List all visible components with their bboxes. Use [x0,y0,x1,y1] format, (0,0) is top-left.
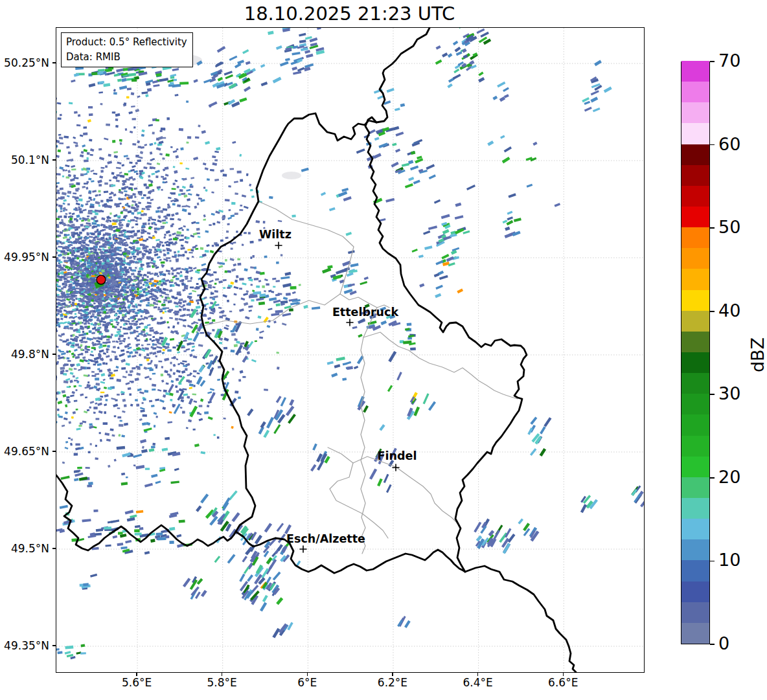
colorbar-segment [681,207,709,228]
colorbar-segment [681,123,709,144]
colorbar-segment [681,82,709,103]
colorbar-tick-label: 70 [718,52,740,69]
colorbar-tick-mark [710,561,715,562]
y-tick-label: 49.5°N [0,542,49,555]
x-tick-label: 6.2°E [378,676,407,689]
colorbar-tick-mark [710,144,715,146]
colorbar-tick-label: 0 [718,635,729,652]
y-tick-mark [52,159,56,160]
colorbar-tick-mark [710,477,715,479]
colorbar-segment [681,61,709,82]
colorbar-tick-label: 20 [718,468,740,486]
x-tick-mark [307,673,308,676]
x-tick-mark [477,673,478,676]
y-tick-label: 49.35°N [0,639,49,652]
colorbar-segment [681,602,709,623]
colorbar-tick-mark [710,644,715,645]
y-tick-mark [52,451,56,451]
y-tick-mark [52,548,56,548]
colorbar-segment [681,248,709,269]
map-plot-area: WiltzEttelbruckFindelEsch/Alzette Produc… [56,27,645,673]
x-tick-mark [136,673,137,676]
colorbar-segment [681,310,709,332]
colorbar-segment [681,227,709,249]
colorbar-segment [681,394,709,415]
colorbar-tick-mark [710,61,715,62]
colorbar-segment [681,331,709,352]
x-tick-label: 6.4°E [463,676,492,689]
colorbar-tick-label: 50 [718,219,740,236]
colorbar-segment [681,435,709,457]
y-tick-label: 50.25°N [0,56,49,69]
product-line: Product: 0.5° Reflectivity [66,35,187,50]
radar-clutter-field [56,80,301,479]
colorbar-segment [681,414,709,436]
colorbar-tick-mark [710,311,715,312]
city-label: Findel [378,449,417,462]
x-tick-mark [563,673,564,676]
district-borders [203,201,518,554]
colorbar-segment [681,456,709,477]
x-tick-mark [392,673,393,676]
y-tick-label: 49.8°N [0,348,49,361]
x-tick-label: 6°E [297,676,317,689]
colorbar-tick-mark [710,227,715,229]
colorbar-tick-label: 30 [718,385,740,403]
colorbar-segment [681,352,709,374]
data-source-line: Data: RMIB [66,50,187,65]
colorbar: 010203040506070 dBZ [681,62,767,644]
x-tick-mark [222,673,222,676]
colorbar-scale [681,62,710,644]
colorbar-segment [681,144,709,165]
colorbar-segment [681,185,709,207]
y-tick-label: 49.95°N [0,251,49,264]
figure-title: 18.10.2025 21:23 UTC [56,3,643,25]
colorbar-segment [681,519,709,540]
colorbar-tick-label: 60 [718,135,740,153]
y-tick-label: 50.1°N [0,153,49,166]
y-tick-mark [52,62,56,63]
y-tick-mark [52,354,56,354]
faint-echo-patches [168,54,301,179]
x-tick-label: 6.6°E [548,676,578,689]
colorbar-segment [681,289,709,311]
colorbar-tick-mark [710,394,715,395]
colorbar-segment [681,622,709,644]
x-tick-label: 5.8°E [207,676,237,689]
city-label: Wiltz [259,228,292,241]
colorbar-unit-label: dBZ [748,337,767,372]
radar-figure: 18.10.2025 21:23 UTC WiltzEttelbruckFind… [0,0,767,700]
y-tick-mark [52,645,56,646]
product-info-box: Product: 0.5° Reflectivity Data: RMIB [61,32,193,67]
x-tick-label: 5.6°E [122,676,152,689]
colorbar-segment [681,539,709,561]
colorbar-segment [681,164,709,186]
colorbar-segment [681,581,709,602]
city-label: Ettelbruck [332,306,399,319]
colorbar-tick-label: 10 [718,552,740,569]
radar-map-canvas: WiltzEttelbruckFindelEsch/Alzette [56,28,644,672]
colorbar-segment [681,102,709,124]
y-tick-mark [52,256,56,257]
colorbar-segment [681,269,709,290]
y-tick-label: 49.65°N [0,445,49,458]
colorbar-segment [681,560,709,581]
colorbar-segment [681,498,709,519]
colorbar-segment [681,477,709,498]
colorbar-tick-label: 40 [718,302,740,319]
colorbar-segment [681,373,709,394]
city-label: Esch/Alzette [286,532,365,545]
